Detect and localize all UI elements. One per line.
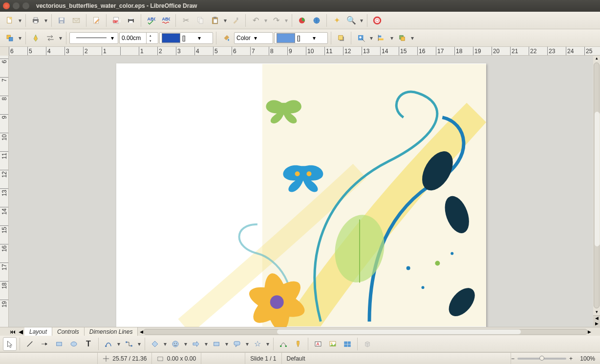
arrow-style-dropdown[interactable]: ▾ — [58, 35, 63, 41]
fill-method-select[interactable]: Color ▾ — [234, 32, 273, 44]
format-paintbrush-button[interactable] — [229, 14, 242, 27]
chart-button[interactable] — [295, 14, 309, 27]
tab-scroll-prev[interactable]: ◀ — [17, 328, 24, 335]
connector-tool[interactable] — [122, 337, 136, 351]
hyperlink-button[interactable] — [310, 14, 323, 27]
line-width-input[interactable] — [120, 35, 146, 41]
paste-dropdown[interactable]: ▾ — [223, 17, 228, 24]
tab-layout[interactable]: Layout — [24, 327, 52, 336]
block-arrows-tool[interactable] — [189, 337, 203, 351]
rectangle-tool[interactable] — [52, 337, 66, 351]
spin-up[interactable]: ▴ — [147, 33, 154, 38]
line-color-select[interactable]: [] ▾ — [159, 32, 213, 44]
gallery-tool[interactable] — [341, 337, 354, 351]
paste-button[interactable] — [208, 14, 222, 27]
status-slide[interactable]: Slide 1 / 1 — [245, 353, 281, 364]
callouts-dropdown[interactable]: ▾ — [245, 341, 250, 347]
help-button[interactable] — [370, 14, 384, 27]
align-button[interactable] — [375, 31, 388, 45]
align-dropdown[interactable]: ▾ — [389, 35, 394, 41]
stars-dropdown[interactable]: ▾ — [265, 341, 270, 347]
line-width-field[interactable]: ▴▾ — [119, 32, 158, 44]
open-button[interactable] — [29, 14, 43, 27]
crop-button[interactable] — [354, 31, 368, 45]
shadow-button[interactable] — [334, 31, 348, 45]
zoom-in-button[interactable]: + — [569, 355, 573, 362]
redo-dropdown[interactable]: ▾ — [284, 17, 289, 24]
callouts-tool[interactable] — [230, 337, 244, 351]
line-arrow-tool[interactable] — [38, 337, 51, 351]
undo-button[interactable]: ↶ — [249, 14, 262, 27]
svg-rect-62 — [131, 345, 132, 346]
zoom-dropdown[interactable]: ▾ — [359, 17, 364, 24]
stars-tool[interactable]: ☆ — [251, 337, 264, 351]
curve-dropdown[interactable]: ▾ — [116, 341, 121, 347]
extrusion-tool[interactable] — [361, 337, 374, 351]
position-dropdown[interactable]: ▾ — [410, 35, 415, 41]
redo-button[interactable]: ↷ — [269, 14, 283, 27]
zoom-out-button[interactable]: − — [511, 355, 514, 362]
navigator-button[interactable]: ✦ — [330, 14, 343, 27]
tab-dimension[interactable]: Dimension Lines — [85, 327, 138, 336]
ruler-vertical[interactable]: 678910111213141516171819 — [0, 56, 9, 327]
export-pdf-button[interactable]: PDF — [109, 14, 123, 27]
window-close-button[interactable] — [3, 2, 10, 9]
fontwork-tool[interactable]: A — [311, 337, 325, 351]
symbol-shapes-dropdown[interactable]: ▾ — [183, 341, 188, 347]
spellcheck-button[interactable]: ABC — [144, 14, 158, 27]
arrow-style-button[interactable] — [43, 31, 57, 45]
points-tool[interactable] — [277, 337, 290, 351]
vertical-scrollbar[interactable]: ▴ ▾ ◀ ▶ — [593, 56, 600, 327]
block-arrows-dropdown[interactable]: ▾ — [204, 341, 209, 347]
arrange-button[interactable] — [3, 31, 17, 45]
horizontal-scrollbar[interactable]: ◀ ▶ — [138, 329, 593, 335]
new-dropdown[interactable]: ▾ — [18, 17, 22, 24]
edit-file-button[interactable] — [89, 14, 103, 27]
ruler-horizontal[interactable]: 6 5 4 3 2 1 1234567891011121314151617181… — [0, 47, 600, 56]
tab-scroll-first[interactable]: ⏮ — [9, 328, 17, 335]
position-button[interactable] — [395, 31, 409, 45]
cut-button[interactable]: ✂ — [179, 14, 193, 27]
crop-dropdown[interactable]: ▾ — [369, 35, 374, 41]
line-style-select[interactable]: ▾ — [69, 32, 118, 44]
canvas-viewport[interactable] — [9, 56, 593, 327]
line-tool[interactable] — [23, 337, 37, 351]
connector-dropdown[interactable]: ▾ — [137, 341, 142, 347]
line-endings-button[interactable] — [29, 31, 43, 45]
fill-color-select[interactable]: [] ▾ — [274, 32, 328, 44]
gluepoints-tool[interactable] — [291, 337, 305, 351]
open-dropdown[interactable]: ▾ — [43, 17, 48, 24]
spin-down[interactable]: ▾ — [147, 38, 154, 43]
zoom-thumb[interactable] — [539, 356, 544, 361]
symbol-shapes-tool[interactable] — [169, 337, 182, 351]
flowchart-tool[interactable] — [210, 337, 223, 351]
canvas-page[interactable] — [116, 63, 486, 327]
window-minimize-button[interactable] — [13, 2, 20, 9]
flowchart-dropdown[interactable]: ▾ — [224, 341, 229, 347]
area-button[interactable] — [219, 31, 233, 45]
tab-controls[interactable]: Controls — [52, 327, 85, 336]
from-file-tool[interactable] — [326, 337, 340, 351]
basic-shapes-dropdown[interactable]: ▾ — [163, 341, 168, 347]
select-tool[interactable] — [3, 337, 17, 351]
print-button[interactable] — [124, 14, 138, 27]
basic-shapes-tool[interactable] — [148, 337, 162, 351]
undo-dropdown[interactable]: ▾ — [263, 17, 268, 24]
email-button[interactable] — [69, 14, 83, 27]
auto-spellcheck-button[interactable]: ABC — [159, 14, 172, 27]
zoom-control[interactable]: − + 100% — [511, 355, 600, 362]
save-button[interactable] — [55, 14, 68, 27]
curve-tool[interactable] — [102, 337, 115, 351]
zoom-value[interactable]: 100% — [576, 355, 595, 362]
copy-button[interactable] — [193, 14, 207, 27]
artwork[interactable] — [116, 63, 486, 327]
window-maximize-button[interactable] — [22, 2, 29, 9]
text-tool[interactable]: T — [82, 337, 95, 351]
zoom-button[interactable]: 🔍 — [344, 14, 358, 27]
ellipse-tool[interactable] — [67, 337, 81, 351]
arrange-dropdown[interactable]: ▾ — [18, 35, 22, 41]
zoom-slider[interactable] — [517, 358, 566, 360]
status-pagestyle[interactable]: Default — [282, 353, 511, 364]
new-button[interactable] — [3, 14, 17, 27]
svg-rect-68 — [280, 345, 281, 347]
